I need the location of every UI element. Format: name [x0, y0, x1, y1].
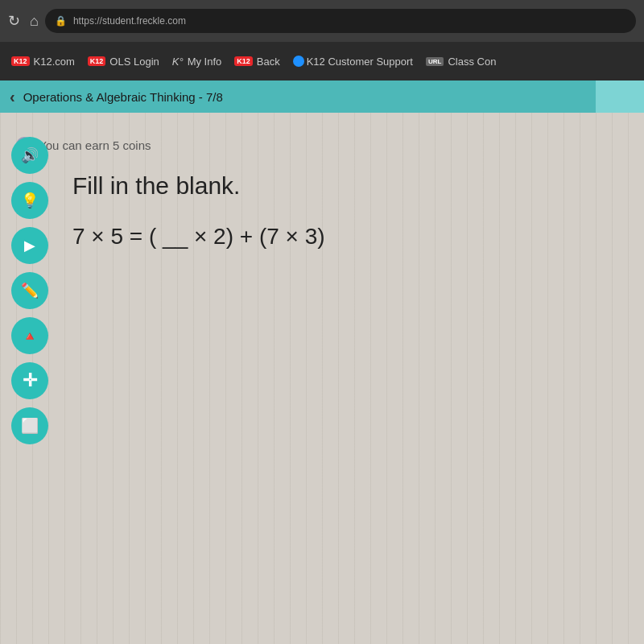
nav-my-info-label: My Info	[188, 56, 222, 68]
k12-badge-ols: K12	[88, 56, 106, 66]
nav-ols-login[interactable]: K12 OLS Login	[83, 52, 164, 71]
browser-controls[interactable]: ↻ ⌂	[8, 12, 39, 30]
nav-bar: K12 K12.com K12 OLS Login K° My Info K12…	[0, 42, 644, 80]
home-icon[interactable]: ⌂	[30, 13, 39, 30]
nav-ols-label: OLS Login	[109, 56, 159, 68]
draw-button[interactable]	[11, 272, 48, 309]
k12-badge-back: K12	[234, 56, 253, 66]
coins-text: You can earn 5 coins	[39, 138, 151, 152]
nav-back[interactable]: K12 Back	[229, 52, 284, 71]
tab-progress	[596, 80, 644, 113]
k12-badge: K12	[11, 56, 30, 66]
blue-dot-icon	[293, 56, 304, 67]
lock-icon: 🔒	[55, 15, 67, 27]
nav-back-label: Back	[257, 56, 280, 68]
nav-class-con[interactable]: URL Class Con	[421, 52, 501, 71]
content-area: ‹ Operations & Algebraic Thinking - 7/8 …	[0, 80, 644, 644]
nav-support-label: K12 Customer Support	[307, 56, 413, 68]
question-instruction: Fill in the blank.	[72, 172, 628, 200]
tiny-url-badge: URL	[426, 57, 444, 66]
nav-k12com-label: K12.com	[34, 56, 75, 68]
move-button[interactable]	[11, 362, 48, 399]
play-button[interactable]	[11, 227, 48, 264]
tab-close-button[interactable]: ‹	[10, 88, 15, 106]
shapes-button[interactable]	[11, 317, 48, 354]
tab-title: Operations & Algebraic Thinking - 7/8	[23, 90, 223, 104]
nav-k12com[interactable]: K12 K12.com	[6, 52, 80, 71]
question-area: You can earn 5 coins Fill in the blank. …	[0, 113, 644, 266]
url-bar[interactable]: 🔒 https://student.freckle.com	[45, 9, 636, 33]
speaker-button[interactable]	[11, 137, 48, 174]
side-toolbar	[11, 137, 48, 444]
nav-my-info[interactable]: K° My Info	[167, 52, 227, 71]
nav-class-con-label: Class Con	[448, 56, 496, 68]
nav-customer-support[interactable]: K12 Customer Support	[288, 52, 418, 71]
coins-row: You can earn 5 coins	[16, 137, 628, 153]
equation-display: 7 × 5 = ( __ × 2) + (7 × 3)	[72, 224, 628, 250]
tab-bar: ‹ Operations & Algebraic Thinking - 7/8	[0, 80, 644, 113]
k-degree-icon: K°	[172, 56, 184, 68]
hint-button[interactable]	[11, 182, 48, 219]
url-text: https://student.freckle.com	[73, 15, 186, 27]
eraser-button[interactable]	[11, 407, 48, 444]
reload-icon[interactable]: ↻	[8, 12, 20, 30]
browser-bar: ↻ ⌂ 🔒 https://student.freckle.com	[0, 0, 644, 42]
